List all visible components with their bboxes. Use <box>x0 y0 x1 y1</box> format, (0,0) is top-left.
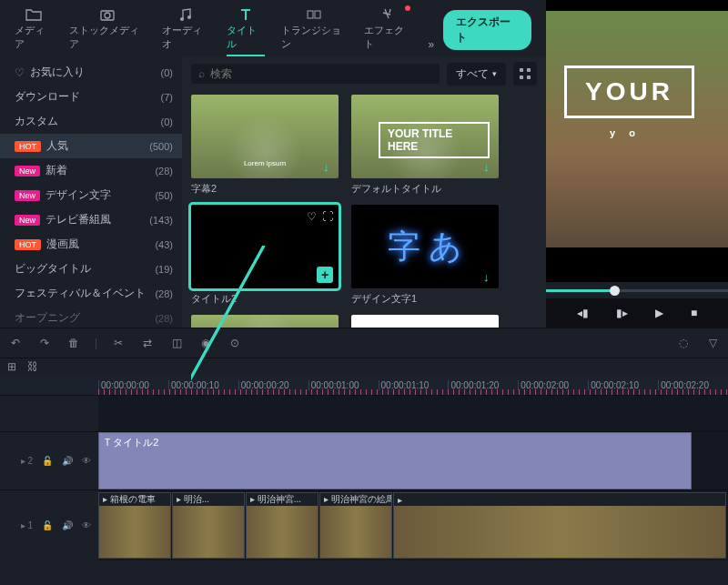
redo-button[interactable]: ↷ <box>36 337 53 349</box>
thumbnail: YOUR TITLE HERE <box>351 315 499 328</box>
tab-media[interactable]: メディア <box>7 4 60 56</box>
cut-button[interactable]: ✂ <box>110 337 126 349</box>
mute-icon[interactable]: 🔊 <box>62 520 73 530</box>
grid-item[interactable]: YOUR TITLE HERE <box>351 315 499 328</box>
player-controls: ◂▮ ▮▸ ▶ ■ <box>546 298 728 328</box>
download-icon <box>482 162 495 175</box>
svg-rect-6 <box>520 68 523 72</box>
add-icon[interactable]: + <box>317 267 333 283</box>
track-title[interactable]: ▸ 2🔓🔊👁 T タイトル2 <box>0 431 728 489</box>
download-icon <box>482 272 495 285</box>
title-clip[interactable]: T タイトル2 <box>98 432 692 489</box>
sidebar-item-opening[interactable]: オープニング(28) <box>0 306 182 328</box>
audio-button[interactable]: ◉ <box>197 337 214 349</box>
link-button[interactable]: ⛓ <box>27 360 38 373</box>
grid-icon <box>519 67 531 80</box>
grid-item-selected[interactable]: ♡⛶ + タイトル2 <box>191 205 339 306</box>
svg-rect-9 <box>527 76 531 79</box>
speed-button[interactable]: ⊙ <box>227 337 243 349</box>
svg-rect-4 <box>308 11 313 18</box>
svg-point-3 <box>187 15 191 19</box>
sidebar-item-manga[interactable]: HOT漫画風(43) <box>0 232 182 257</box>
svg-rect-8 <box>520 76 523 79</box>
prev-button[interactable]: ◂▮ <box>577 307 589 319</box>
tab-transition[interactable]: トランジション <box>274 4 356 56</box>
heart-icon[interactable]: ♡ <box>307 210 317 223</box>
search-input[interactable] <box>210 67 432 80</box>
svg-rect-7 <box>527 68 531 72</box>
sidebar-item-favorites[interactable]: ♡お気に入り(0) <box>0 60 182 85</box>
timeline-toolbar: ↶ ↷ 🗑 | ✂ ⇄ ◫ ◉ ⊙ ◌ ▽ <box>0 328 728 358</box>
time-ruler[interactable]: 00:00:00:00 00:00:00:10 00:00:00:20 00:0… <box>0 375 728 395</box>
folder-icon <box>25 7 42 22</box>
sidebar-item-design[interactable]: Newデザイン文字(50) <box>0 183 182 207</box>
next-frame-button[interactable]: ▮▸ <box>616 307 628 319</box>
tabs-more[interactable]: » <box>421 33 442 56</box>
video-clip[interactable]: ▸ 箱根の電車 <box>98 492 171 559</box>
video-clip[interactable]: ▸ <box>393 492 726 559</box>
eye-icon[interactable]: 👁 <box>82 520 91 530</box>
seek-bar[interactable] <box>546 282 728 298</box>
sparkle-icon <box>379 7 396 22</box>
track-head: ▸ 1🔓🔊👁 <box>0 490 98 560</box>
sidebar-item-new[interactable]: New新着(28) <box>0 158 182 183</box>
sidebar-item-tv[interactable]: Newテレビ番組風(143) <box>0 207 182 232</box>
mute-icon[interactable]: 🔊 <box>62 456 73 466</box>
add-track-button[interactable]: ⊞ <box>7 360 16 373</box>
play-button[interactable]: ▶ <box>655 307 663 319</box>
filter-dropdown[interactable]: すべて▾ <box>447 63 506 86</box>
tab-stock[interactable]: ストックメディア <box>62 4 153 56</box>
tab-effect[interactable]: エフェクト <box>357 4 420 56</box>
text-icon <box>238 7 254 22</box>
title-grid: Lorem ipsum 字幕2 YOUR TITLE HERE デフォルトタイト… <box>182 91 546 328</box>
camera-icon <box>99 7 116 22</box>
seek-knob[interactable] <box>610 286 620 296</box>
crop-button[interactable]: ◫ <box>168 337 185 349</box>
video-clip[interactable]: ▸ 明治神宮の絵馬 <box>319 492 392 559</box>
tab-title[interactable]: タイトル <box>219 4 272 56</box>
sidebar-item-download[interactable]: ダウンロード(7) <box>0 85 182 109</box>
heart-icon: ♡ <box>15 66 25 79</box>
svg-point-2 <box>180 17 184 21</box>
grid-item[interactable]: Lorem ipsum 字幕2 <box>191 95 339 196</box>
bookmark-button[interactable]: ▽ <box>704 337 721 349</box>
thumbnail: Lorem ipsum <box>191 95 339 178</box>
video-clip[interactable]: ▸ 明治神宮... <box>246 492 318 559</box>
preview-canvas[interactable]: YOURy o <box>546 0 728 282</box>
grid-item[interactable]: YOUR TITLE HERE デフォルトタイトル <box>351 95 499 196</box>
timeline: 00:00:00:00 00:00:00:10 00:00:00:20 00:0… <box>0 375 728 560</box>
item-label: タイトル2 <box>191 292 339 306</box>
download-icon <box>322 162 335 175</box>
thumbnail: 字 あ <box>351 205 499 288</box>
grid-view-button[interactable] <box>513 62 537 86</box>
sidebar-item-bigtitle[interactable]: ビッグタイトル(19) <box>0 257 182 281</box>
track-spacer <box>0 395 728 431</box>
track-video[interactable]: ▸ 1🔓🔊👁 ▸ 箱根の電車▸ 明治...▸ 明治神宮...▸ 明治神宮の絵馬▸ <box>0 489 728 560</box>
sidebar-item-custom[interactable]: カスタム(0) <box>0 109 182 134</box>
video-clip[interactable]: ▸ 明治... <box>172 492 245 559</box>
delete-button[interactable]: 🗑 <box>66 337 82 349</box>
thumbnail: YOUR TITLE HERE <box>351 95 499 178</box>
transition-icon <box>306 7 322 22</box>
sidebar-item-festival[interactable]: フェスティバル＆イベント(28) <box>0 281 182 306</box>
search-icon: ⌕ <box>198 67 205 80</box>
lock-icon[interactable]: 🔓 <box>42 456 53 466</box>
tab-audio[interactable]: オーディオ <box>155 4 217 56</box>
marker-button[interactable]: ◌ <box>675 337 692 349</box>
item-label: デフォルトタイトル <box>351 182 499 196</box>
grid-item[interactable]: 字 あ デザイン文字1 <box>351 205 499 306</box>
stop-button[interactable]: ■ <box>691 307 697 319</box>
track-head: ▸ 2🔓🔊👁 <box>0 432 98 489</box>
category-sidebar: ♡お気に入り(0) ダウンロード(7) カスタム(0) HOT人気(500) N… <box>0 56 182 328</box>
eye-icon[interactable]: 👁 <box>82 456 91 466</box>
sidebar-item-popular[interactable]: HOT人気(500) <box>0 134 182 158</box>
search-box[interactable]: ⌕ <box>191 64 440 84</box>
lock-icon[interactable]: 🔓 <box>42 520 53 530</box>
search-row: ⌕ すべて▾ <box>182 56 546 91</box>
item-label: デザイン文字1 <box>351 292 499 306</box>
grid-item[interactable]: Lorem ipsum <box>191 315 339 328</box>
adjust-button[interactable]: ⇄ <box>139 337 156 349</box>
export-button[interactable]: エクスポート <box>443 10 531 50</box>
undo-button[interactable]: ↶ <box>7 337 24 349</box>
expand-icon[interactable]: ⛶ <box>322 210 333 223</box>
